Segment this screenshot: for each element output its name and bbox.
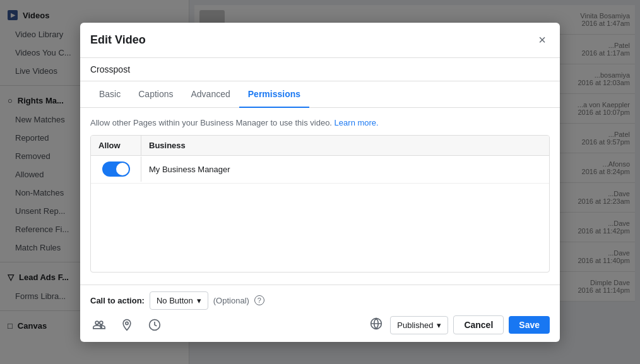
modal-overlay: Edit Video × Crosspost Basic Captions Ad… bbox=[0, 0, 640, 364]
tab-permissions[interactable]: Permissions bbox=[239, 81, 309, 108]
chevron-down-icon: ▾ bbox=[437, 320, 441, 330]
permissions-table-header: Allow Business bbox=[91, 136, 549, 156]
modal-footer: Call to action: No Button ▾ (Optional) ? bbox=[80, 285, 560, 342]
add-person-button[interactable] bbox=[90, 316, 108, 334]
modal-body: Allow other Pages within your Business M… bbox=[80, 108, 560, 285]
optional-text: (Optional) bbox=[213, 296, 249, 305]
business-manager-toggle[interactable] bbox=[102, 161, 130, 177]
col-allow-header: Allow bbox=[91, 136, 141, 155]
cancel-button[interactable]: Cancel bbox=[453, 315, 504, 334]
empty-rows-area bbox=[91, 184, 549, 272]
close-button[interactable]: × bbox=[535, 32, 550, 49]
cta-label: Call to action: bbox=[90, 296, 145, 305]
tab-captions[interactable]: Captions bbox=[129, 81, 182, 108]
chevron-down-icon: ▾ bbox=[197, 296, 201, 305]
permissions-description: Allow other Pages within your Business M… bbox=[90, 118, 550, 127]
modal-tabs: Basic Captions Advanced Permissions bbox=[80, 81, 560, 108]
footer-top: Call to action: No Button ▾ (Optional) ? bbox=[90, 291, 550, 310]
permissions-table: Allow Business My Business Manager bbox=[90, 135, 550, 273]
footer-bottom: Published ▾ Cancel Save bbox=[90, 315, 550, 336]
modal-title: Edit Video bbox=[90, 33, 146, 47]
globe-button[interactable] bbox=[367, 315, 385, 336]
schedule-button[interactable] bbox=[146, 316, 163, 334]
help-icon[interactable]: ? bbox=[254, 295, 264, 305]
learn-more-link[interactable]: Learn more. bbox=[335, 118, 379, 127]
tab-advanced[interactable]: Advanced bbox=[182, 81, 239, 108]
cta-dropdown[interactable]: No Button ▾ bbox=[150, 291, 208, 310]
footer-icons bbox=[90, 316, 163, 334]
crosspost-label: Crosspost bbox=[80, 58, 560, 81]
business-name-cell: My Business Manager bbox=[141, 160, 549, 179]
tab-basic[interactable]: Basic bbox=[90, 81, 129, 108]
location-button[interactable] bbox=[118, 316, 136, 334]
toggle-cell bbox=[91, 156, 141, 182]
published-dropdown[interactable]: Published ▾ bbox=[390, 316, 448, 334]
modal-header: Edit Video × bbox=[80, 23, 560, 58]
col-business-header: Business bbox=[141, 136, 549, 155]
save-button[interactable]: Save bbox=[509, 316, 550, 334]
permissions-row: My Business Manager bbox=[91, 156, 549, 184]
footer-right: Published ▾ Cancel Save bbox=[367, 315, 550, 336]
edit-video-modal: Edit Video × Crosspost Basic Captions Ad… bbox=[80, 23, 560, 342]
